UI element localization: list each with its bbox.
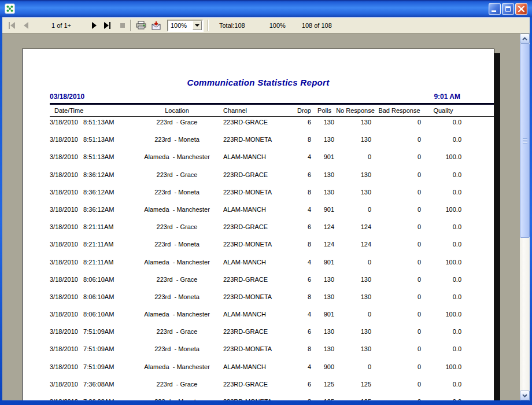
cell-location: 223rd - Moneta — [131, 345, 223, 361]
cell-location: 223rd - Grace — [131, 223, 223, 239]
column-header-channel: Channel — [223, 107, 295, 114]
first-page-icon — [8, 22, 16, 29]
report-date: 03/18/2010 — [50, 93, 84, 101]
cell-drop: 6 — [295, 381, 313, 396]
cell-quality: 0.0 — [424, 276, 463, 292]
cell-polls: 901 — [313, 206, 336, 222]
page-shadow — [494, 53, 500, 400]
cell-channel: ALAM-MANCH — [223, 153, 295, 169]
table-row: 3/18/2010 8:36:12AM223rd - Moneta223RD-M… — [50, 187, 494, 204]
scrollbar-thumb[interactable] — [520, 43, 530, 238]
next-page-icon — [90, 22, 98, 29]
cell-location: 223rd - Moneta — [131, 241, 223, 256]
cell-location: 223rd - Moneta — [131, 293, 223, 309]
cell-datetime: 3/18/2010 8:36:12AM — [50, 171, 131, 187]
chevron-down-icon — [522, 394, 527, 397]
print-button[interactable] — [136, 21, 146, 30]
stop-icon — [120, 23, 125, 28]
cell-drop: 8 — [295, 136, 313, 152]
cell-polls: 130 — [313, 345, 336, 361]
title-bar[interactable] — [0, 0, 532, 17]
zoom-combobox[interactable]: 100% — [167, 20, 203, 31]
cell-drop: 6 — [295, 328, 313, 344]
dropdown-arrow-icon — [195, 24, 200, 27]
print-icon — [136, 21, 146, 30]
cell-quality: 0.0 — [424, 189, 463, 204]
cell-bad-response: 0 — [375, 363, 424, 379]
cell-drop: 8 — [295, 189, 313, 204]
cell-no-response: 0 — [336, 259, 375, 274]
cell-drop: 6 — [295, 171, 313, 187]
cell-bad-response: 0 — [375, 171, 424, 187]
table-body: 3/18/2010 8:51:13AM223rd - Grace223RD-GR… — [50, 117, 494, 400]
cell-bad-response: 0 — [375, 136, 424, 152]
cell-bad-response: 0 — [375, 381, 424, 396]
cell-no-response: 125 — [336, 398, 375, 400]
cell-location: 223rd - Grace — [131, 276, 223, 292]
zoom-dropdown-button[interactable] — [193, 21, 202, 30]
cell-no-response: 0 — [336, 363, 375, 379]
cell-polls: 124 — [313, 223, 336, 239]
cell-no-response: 125 — [336, 381, 375, 396]
cell-datetime: 3/18/2010 7:51:09AM — [50, 328, 131, 344]
last-page-button[interactable] — [103, 22, 112, 29]
cell-channel: ALAM-MANCH — [223, 259, 295, 274]
minimize-button[interactable] — [489, 3, 501, 15]
cell-datetime: 3/18/2010 8:06:10AM — [50, 293, 131, 309]
table-header-row: Date/TimeLocationChannelDropPollsNo Resp… — [50, 105, 494, 117]
first-page-button[interactable] — [8, 22, 16, 29]
cell-bad-response: 0 — [375, 259, 424, 274]
cell-drop: 4 — [295, 363, 313, 379]
cell-no-response: 124 — [336, 241, 375, 256]
export-button[interactable] — [151, 21, 161, 30]
cell-datetime: 3/18/2010 8:06:10AM — [50, 276, 131, 292]
vertical-scrollbar[interactable] — [520, 34, 530, 400]
cell-drop: 6 — [295, 119, 313, 134]
cell-location: Alameda - Manchester — [131, 153, 223, 169]
cell-channel: 223RD-MONETA — [223, 136, 295, 152]
table-row: 3/18/2010 8:21:11AM223rd - Grace223RD-GR… — [50, 222, 494, 239]
cell-quality: 100.0 — [424, 153, 463, 169]
export-icon — [151, 21, 161, 30]
cell-bad-response: 0 — [375, 153, 424, 169]
scroll-up-button[interactable] — [520, 34, 530, 43]
cell-quality: 0.0 — [424, 223, 463, 239]
cell-channel: ALAM-MANCH — [223, 363, 295, 379]
cell-quality: 0.0 — [424, 345, 463, 361]
cell-quality: 100.0 — [424, 311, 463, 326]
toolbar-separator — [130, 20, 131, 31]
close-button[interactable] — [515, 3, 527, 15]
stop-loading-button[interactable] — [120, 23, 125, 28]
cell-location: Alameda - Manchester — [131, 206, 223, 222]
cell-bad-response: 0 — [375, 276, 424, 292]
cell-bad-response: 0 — [375, 293, 424, 309]
report-page: Communication Statistics Report 03/18/20… — [22, 49, 494, 400]
cell-no-response: 0 — [336, 311, 375, 326]
scroll-down-button[interactable] — [520, 391, 530, 400]
table-row: 3/18/2010 8:06:10AM223rd - Grace223RD-GR… — [50, 274, 494, 292]
table-row: 3/18/2010 8:06:10AMAlameda - ManchesterA… — [50, 309, 494, 326]
app-icon[interactable] — [5, 3, 15, 14]
table-row: 3/18/2010 8:36:12AMAlameda - ManchesterA… — [50, 204, 494, 222]
next-page-button[interactable] — [90, 22, 98, 29]
cell-polls: 901 — [313, 153, 336, 169]
cell-drop: 8 — [295, 398, 313, 400]
cell-no-response: 0 — [336, 206, 375, 222]
cell-polls: 130 — [313, 136, 336, 152]
cell-channel: 223RD-MONETA — [223, 398, 295, 400]
column-header-no-response: No Response — [336, 107, 375, 114]
cell-datetime: 3/18/2010 8:21:11AM — [50, 259, 131, 274]
cell-datetime: 3/18/2010 8:51:13AM — [50, 136, 131, 152]
cell-location: 223rd - Moneta — [131, 189, 223, 204]
table-row: 3/18/2010 8:21:11AM223rd - Moneta223RD-M… — [50, 239, 494, 256]
cell-datetime: 3/18/2010 8:21:11AM — [50, 223, 131, 239]
cell-location: 223rd - Grace — [131, 171, 223, 187]
column-header-bad-response: Bad Response — [375, 107, 424, 114]
last-page-icon — [103, 22, 112, 29]
cell-drop: 6 — [295, 223, 313, 239]
maximize-button[interactable] — [502, 3, 514, 15]
cell-channel: 223RD-GRACE — [223, 171, 295, 187]
cell-quality: 0.0 — [424, 136, 463, 152]
previous-page-button[interactable] — [22, 22, 30, 29]
cell-quality: 0.0 — [424, 381, 463, 396]
